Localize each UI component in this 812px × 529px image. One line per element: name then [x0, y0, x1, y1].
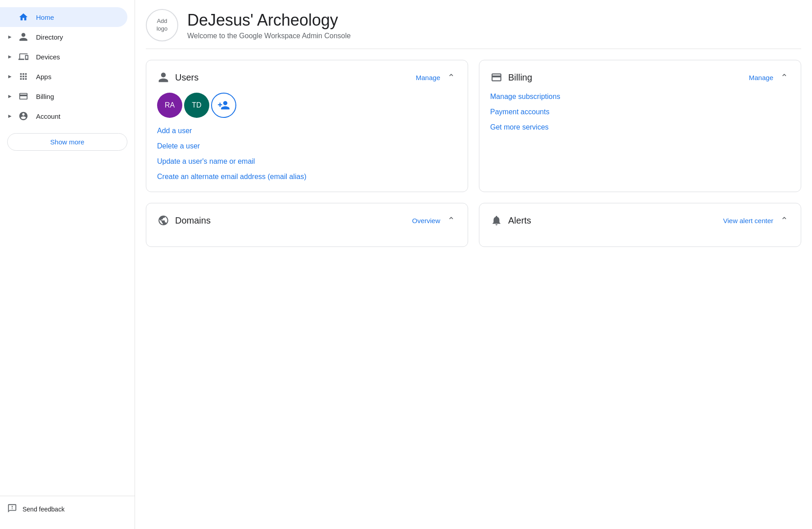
avatar-td-initials: TD: [192, 101, 201, 109]
apps-icon: [18, 71, 29, 82]
users-card-title: Users: [175, 72, 416, 83]
create-alias-link[interactable]: Create an alternate email address (email…: [157, 173, 457, 181]
users-card-icon: [157, 71, 170, 84]
sidebar-item-apps[interactable]: ► Apps: [0, 67, 127, 86]
alerts-collapse-button[interactable]: ⌃: [779, 215, 790, 226]
avatar-td[interactable]: TD: [184, 93, 209, 118]
sidebar-item-billing[interactable]: ► Billing: [0, 86, 127, 106]
sidebar-item-home-label: Home: [36, 13, 54, 21]
manage-subscriptions-link[interactable]: Manage subscriptions: [490, 93, 790, 101]
users-manage-link[interactable]: Manage: [416, 74, 440, 81]
billing-icon: [18, 91, 29, 102]
delete-user-link[interactable]: Delete a user: [157, 142, 457, 150]
org-name: DeJesus' Archeology: [187, 10, 351, 30]
cards-grid: Users Manage ⌃ RA TD Ad: [146, 60, 801, 247]
alerts-view-link[interactable]: View alert center: [723, 217, 773, 224]
add-logo-button[interactable]: Add logo: [146, 9, 178, 41]
chevron-account: ►: [5, 112, 14, 121]
org-subtitle: Welcome to the Google Workspace Admin Co…: [187, 32, 351, 40]
users-card: Users Manage ⌃ RA TD Ad: [146, 60, 468, 192]
sidebar-item-devices[interactable]: ► Devices: [0, 47, 127, 67]
chevron-devices: ►: [5, 52, 14, 61]
payment-accounts-link[interactable]: Payment accounts: [490, 108, 790, 116]
domains-card: Domains Overview ⌃: [146, 203, 468, 247]
sidebar-item-billing-label: Billing: [36, 93, 54, 100]
sidebar-item-account-label: Account: [36, 112, 60, 120]
users-card-links: Add a user Delete a user Update a user's…: [157, 127, 457, 181]
chevron-directory: ►: [5, 32, 14, 41]
add-logo-line2: logo: [157, 25, 168, 33]
alerts-card-icon: [490, 214, 503, 227]
main-content: Add logo DeJesus' Archeology Welcome to …: [135, 0, 812, 529]
person-icon: [18, 31, 29, 42]
billing-card-links: Manage subscriptions Payment accounts Ge…: [490, 93, 790, 131]
update-user-link[interactable]: Update a user's name or email: [157, 157, 457, 166]
domains-overview-link[interactable]: Overview: [412, 217, 440, 224]
send-feedback-label: Send feedback: [23, 506, 64, 513]
billing-card: Billing Manage ⌃ Manage subscriptions Pa…: [479, 60, 801, 192]
avatar-ra-initials: RA: [165, 101, 175, 109]
users-card-header: Users Manage ⌃: [157, 71, 457, 84]
users-collapse-button[interactable]: ⌃: [446, 72, 457, 83]
home-icon: [18, 12, 29, 22]
sidebar: Home ► Directory ► Devices ► Apps: [0, 0, 135, 529]
sidebar-bottom: Send feedback: [0, 496, 135, 522]
get-more-services-link[interactable]: Get more services: [490, 123, 790, 131]
sidebar-item-directory[interactable]: ► Directory: [0, 27, 127, 47]
chevron-apps: ►: [5, 72, 14, 81]
devices-icon: [18, 51, 29, 62]
domains-card-icon: [157, 214, 170, 227]
account-icon: [18, 111, 29, 121]
domains-card-title: Domains: [175, 215, 412, 226]
add-user-link[interactable]: Add a user: [157, 127, 457, 135]
billing-manage-link[interactable]: Manage: [749, 74, 773, 81]
chevron-billing: ►: [5, 92, 14, 101]
alerts-card-header: Alerts View alert center ⌃: [490, 214, 790, 227]
sidebar-item-apps-label: Apps: [36, 73, 51, 81]
domains-card-header: Domains Overview ⌃: [157, 214, 457, 227]
page-header: Add logo DeJesus' Archeology Welcome to …: [146, 0, 801, 49]
domains-collapse-button[interactable]: ⌃: [446, 215, 457, 226]
sidebar-item-home[interactable]: Home: [0, 7, 127, 27]
org-info: DeJesus' Archeology Welcome to the Googl…: [187, 10, 351, 40]
sidebar-item-account[interactable]: ► Account: [0, 106, 127, 126]
billing-card-title: Billing: [508, 72, 749, 83]
feedback-icon: [7, 503, 17, 515]
sidebar-item-devices-label: Devices: [36, 53, 60, 61]
billing-card-header: Billing Manage ⌃: [490, 71, 790, 84]
add-user-avatar-button[interactable]: [211, 93, 236, 118]
user-avatars: RA TD: [157, 93, 457, 118]
avatar-ra[interactable]: RA: [157, 93, 182, 118]
chevron-spacer: [5, 13, 14, 22]
billing-card-icon: [490, 71, 503, 84]
billing-collapse-button[interactable]: ⌃: [779, 72, 790, 83]
add-logo-line1: Add: [157, 18, 167, 25]
show-more-button[interactable]: Show more: [7, 133, 127, 151]
sidebar-item-directory-label: Directory: [36, 33, 63, 41]
alerts-card-title: Alerts: [508, 215, 723, 226]
send-feedback-button[interactable]: Send feedback: [7, 503, 127, 515]
alerts-card: Alerts View alert center ⌃: [479, 203, 801, 247]
